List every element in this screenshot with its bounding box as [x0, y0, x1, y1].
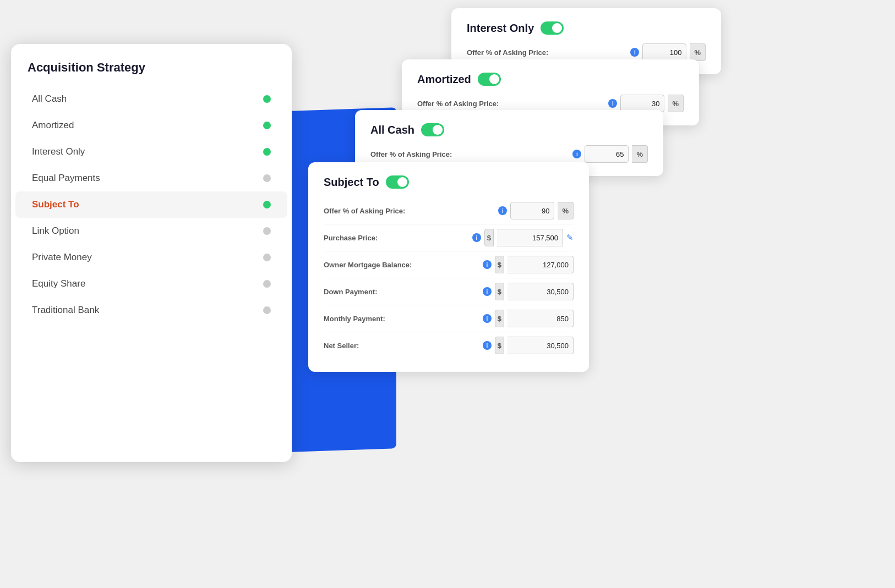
subject-to-title: Subject To [324, 176, 379, 189]
subject-to-mortgage-row: Owner Mortgage Balance: i $ [324, 251, 574, 278]
sidebar-item-equal-payments[interactable]: Equal Payments [15, 165, 287, 191]
subject-to-offer-row: Offer % of Asking Price: i % [324, 197, 574, 224]
subject-to-offer-info[interactable]: i [498, 206, 507, 215]
all-cash-info-icon[interactable]: i [572, 150, 581, 158]
sidebar-item-dot [263, 148, 271, 156]
subject-to-down-input[interactable] [507, 283, 574, 300]
all-cash-offer-label: Offer % of Asking Price: [370, 150, 452, 158]
sidebar-item-label: Subject To [32, 199, 79, 210]
subject-to-purchase-currency: $ [484, 229, 494, 246]
sidebar-item-dot [263, 254, 271, 261]
subject-to-card: Subject To Offer % of Asking Price: i % … [308, 162, 589, 372]
interest-only-unit: % [690, 43, 706, 61]
subject-to-down-payment-row: Down Payment: i $ [324, 278, 574, 305]
sidebar-item-dot [263, 280, 271, 288]
subject-to-purchase-input[interactable] [497, 229, 563, 246]
subject-to-net-label: Net Seller: [324, 342, 359, 350]
subject-to-monthly-currency: $ [495, 310, 504, 327]
sidebar-item-dot [263, 201, 271, 208]
sidebar-item-all-cash[interactable]: All Cash [15, 86, 287, 112]
subject-to-mortgage-currency: $ [495, 256, 504, 273]
subject-to-purchase-price-row: Purchase Price: i $ ✎ [324, 224, 574, 251]
subject-to-net-seller-row: Net Seller: i $ [324, 332, 574, 359]
subject-to-purchase-label: Purchase Price: [324, 234, 378, 242]
sidebar-item-traditional-bank[interactable]: Traditional Bank [15, 297, 287, 323]
sidebar-item-subject-to[interactable]: Subject To [15, 191, 287, 218]
sidebar-item-equity-share[interactable]: Equity Share [15, 271, 287, 297]
amortized-offer-label: Offer % of Asking Price: [417, 100, 499, 108]
sidebar-items-list: All CashAmortizedInterest OnlyEqual Paym… [11, 86, 292, 323]
all-cash-unit: % [632, 145, 648, 163]
interest-only-title: Interest Only [467, 22, 534, 35]
all-cash-offer-row: Offer % of Asking Price: i % [370, 145, 648, 163]
sidebar-item-interest-only[interactable]: Interest Only [15, 139, 287, 165]
all-cash-toggle[interactable] [421, 123, 444, 136]
all-cash-title: All Cash [370, 124, 414, 136]
amortized-header: Amortized [417, 73, 684, 86]
sidebar-item-dot [263, 95, 271, 103]
sidebar-item-amortized[interactable]: Amortized [15, 112, 287, 139]
subject-to-monthly-input[interactable] [507, 310, 574, 327]
subject-to-net-currency: $ [495, 337, 504, 354]
sidebar-item-dot [263, 306, 271, 314]
all-cash-offer-input[interactable] [585, 145, 629, 163]
subject-to-offer-label: Offer % of Asking Price: [324, 207, 405, 215]
interest-only-info-icon[interactable]: i [630, 48, 639, 57]
subject-to-monthly-label: Monthly Payment: [324, 315, 385, 323]
interest-only-header: Interest Only [467, 21, 706, 35]
interest-only-offer-input[interactable] [642, 43, 686, 61]
acquisition-strategy-panel: Acquisition Strategy All CashAmortizedIn… [11, 44, 292, 462]
subject-to-net-info[interactable]: i [483, 341, 492, 350]
sidebar-title: Acquisition Strategy [11, 61, 292, 86]
amortized-info-icon[interactable]: i [608, 99, 617, 108]
interest-only-offer-row: Offer % of Asking Price: i % [467, 43, 706, 61]
subject-to-monthly-info[interactable]: i [483, 314, 492, 323]
subject-to-monthly-row: Monthly Payment: i $ [324, 305, 574, 332]
sidebar-item-label: All Cash [32, 94, 67, 105]
sidebar-item-private-money[interactable]: Private Money [15, 244, 287, 271]
sidebar-item-dot [263, 122, 271, 129]
subject-to-offer-unit: % [558, 202, 574, 219]
sidebar-item-label: Private Money [32, 252, 92, 263]
sidebar-item-label: Link Option [32, 226, 79, 237]
subject-to-down-currency: $ [495, 283, 504, 300]
amortized-toggle[interactable] [478, 73, 501, 86]
subject-to-header: Subject To [324, 175, 574, 189]
subject-to-mortgage-label: Owner Mortgage Balance: [324, 261, 412, 269]
sidebar-item-label: Equity Share [32, 278, 85, 289]
sidebar-item-label: Equal Payments [32, 173, 100, 184]
subject-to-net-input[interactable] [507, 337, 574, 354]
sidebar-item-label: Amortized [32, 120, 74, 131]
amortized-unit: % [668, 95, 684, 112]
subject-to-down-label: Down Payment: [324, 288, 378, 296]
subject-to-purchase-info[interactable]: i [472, 233, 481, 242]
subject-to-mortgage-input[interactable] [507, 256, 574, 273]
subject-to-down-info[interactable]: i [483, 287, 492, 296]
interest-only-offer-label: Offer % of Asking Price: [467, 48, 548, 57]
scene: Acquisition Strategy All CashAmortizedIn… [0, 0, 895, 588]
interest-only-toggle[interactable] [541, 21, 564, 35]
sidebar-item-dot [263, 174, 271, 182]
sidebar-item-dot [263, 227, 271, 235]
subject-to-offer-input[interactable] [510, 202, 554, 219]
amortized-title: Amortized [417, 73, 471, 86]
all-cash-header: All Cash [370, 123, 648, 136]
subject-to-purchase-edit-icon[interactable]: ✎ [566, 233, 574, 243]
sidebar-item-label: Traditional Bank [32, 305, 99, 316]
sidebar-item-link-option[interactable]: Link Option [15, 218, 287, 244]
subject-to-mortgage-info[interactable]: i [483, 260, 492, 269]
subject-to-toggle[interactable] [386, 175, 409, 189]
sidebar-item-label: Interest Only [32, 146, 85, 157]
